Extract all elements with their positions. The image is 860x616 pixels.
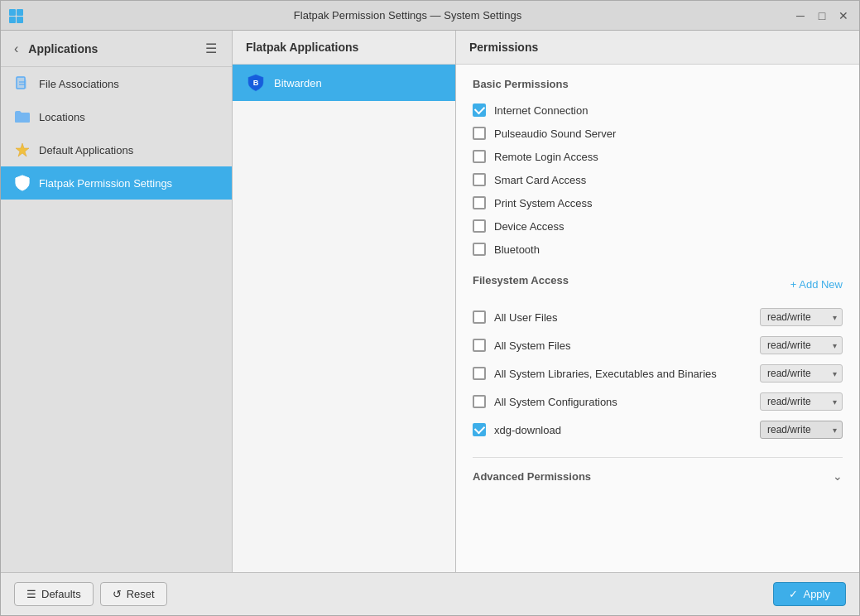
permission-label-print: Print System Access <box>494 197 843 209</box>
svg-text:B: B <box>253 79 259 87</box>
defaults-icon: ☰ <box>26 588 36 600</box>
sidebar-item-label-file-associations: File Associations <box>39 78 119 90</box>
maximize-button[interactable]: □ <box>813 7 831 25</box>
shield-blue-icon <box>14 175 31 191</box>
checkbox-all-system-files[interactable] <box>473 339 486 352</box>
dropdown-arrow-all-system-configurations: ▾ <box>833 397 837 407</box>
permissions-content: Basic Permissions Internet Connection Pu… <box>456 65 859 572</box>
dropdown-text-all-user-files: read/write <box>767 311 829 323</box>
svg-rect-1 <box>17 9 23 16</box>
checkbox-all-system-libraries[interactable] <box>473 367 486 380</box>
defaults-label: Defaults <box>41 588 81 600</box>
dropdown-all-system-libraries[interactable]: read/write ▾ <box>760 364 843 383</box>
close-button[interactable]: ✕ <box>834 7 853 25</box>
svg-marker-7 <box>16 143 29 156</box>
dropdown-text-all-system-files: read/write <box>767 339 829 351</box>
filesystem-row-xdg-download: xdg-download read/write ▾ <box>473 416 843 444</box>
back-button[interactable]: ‹ <box>11 40 22 58</box>
app-list-item-bitwarden[interactable]: B Bitwarden <box>233 65 455 101</box>
footer: ☰ Defaults ↺ Reset ✓ Apply <box>1 572 859 615</box>
checkbox-device[interactable] <box>473 219 486 233</box>
filesystem-header: Filesystem Access + Add New <box>473 274 843 295</box>
window-title: Flatpak Permission Settings — System Set… <box>24 9 791 22</box>
permissions-pane: Permissions Basic Permissions Internet C… <box>456 31 859 572</box>
filesystem-row-all-user-files: All User Files read/write ▾ <box>473 303 843 331</box>
filesystem-label-xdg-download: xdg-download <box>494 424 752 436</box>
advanced-permissions-header[interactable]: Advanced Permissions ⌄ <box>473 464 843 488</box>
add-new-button[interactable]: + Add New <box>790 278 843 291</box>
titlebar-left <box>7 7 24 24</box>
permission-row-pulseaudio: Pulseaudio Sound Server <box>473 122 843 145</box>
checkbox-bluetooth[interactable] <box>473 243 486 256</box>
permission-row-internet: Internet Connection <box>473 99 843 122</box>
permission-label-pulseaudio: Pulseaudio Sound Server <box>494 128 843 140</box>
permissions-header: Permissions <box>456 31 859 65</box>
titlebar: Flatpak Permission Settings — System Set… <box>1 1 859 31</box>
svg-rect-3 <box>17 17 23 23</box>
content-area: Flatpak Applications B Bitwarden Permiss… <box>233 31 859 572</box>
titlebar-controls: ─ □ ✕ <box>791 7 853 25</box>
filesystem-label-all-user-files: All User Files <box>494 311 752 324</box>
dropdown-all-user-files[interactable]: read/write ▾ <box>760 308 843 326</box>
minimize-button[interactable]: ─ <box>791 7 810 25</box>
permission-row-smart-card: Smart Card Access <box>473 168 843 191</box>
dropdown-text-all-system-libraries: read/write <box>767 368 829 379</box>
permission-label-internet: Internet Connection <box>494 104 843 117</box>
sidebar-title: Applications <box>28 42 194 55</box>
reset-label: Reset <box>127 588 155 600</box>
checkbox-xdg-download[interactable] <box>473 423 486 436</box>
dropdown-text-xdg-download: read/write <box>767 424 829 436</box>
filesystem-row-all-system-files: All System Files read/write ▾ <box>473 331 843 359</box>
advanced-title: Advanced Permissions <box>473 470 591 483</box>
expand-icon: ⌄ <box>833 469 843 483</box>
defaults-button[interactable]: ☰ Defaults <box>14 582 94 606</box>
sidebar-item-label-locations: Locations <box>39 111 85 123</box>
basic-permissions-title: Basic Permissions <box>473 78 843 90</box>
sidebar-item-label-default-applications: Default Applications <box>39 144 133 156</box>
bitwarden-icon: B <box>246 73 266 93</box>
file-icon <box>14 75 31 92</box>
filesystem-label-all-system-libraries: All System Libraries, Executables and Bi… <box>494 368 752 380</box>
dropdown-all-system-files[interactable]: read/write ▾ <box>760 336 843 354</box>
filesystem-label-all-system-files: All System Files <box>494 339 752 352</box>
dropdown-xdg-download[interactable]: read/write ▾ <box>760 421 843 439</box>
apply-icon: ✓ <box>789 588 798 600</box>
filesystem-label-all-system-configurations: All System Configurations <box>494 396 752 408</box>
permission-label-remote-login: Remote Login Access <box>494 151 843 163</box>
checkbox-all-user-files[interactable] <box>473 310 486 324</box>
dropdown-arrow-all-user-files: ▾ <box>833 313 837 322</box>
main-area: ‹ Applications ☰ File Associations <box>1 31 859 572</box>
checkbox-pulseaudio[interactable] <box>473 127 486 140</box>
reset-button[interactable]: ↺ Reset <box>100 582 167 606</box>
flatpak-apps-pane: Flatpak Applications B Bitwarden <box>233 31 456 572</box>
filesystem-section: Filesystem Access + Add New All User Fil… <box>473 274 843 444</box>
app-item-label-bitwarden: Bitwarden <box>274 77 322 89</box>
checkbox-internet[interactable] <box>473 103 486 117</box>
apply-label: Apply <box>803 588 830 600</box>
permission-row-bluetooth: Bluetooth <box>473 238 843 261</box>
permission-label-bluetooth: Bluetooth <box>494 243 843 256</box>
dropdown-all-system-configurations[interactable]: read/write ▾ <box>760 392 843 411</box>
sidebar-item-locations[interactable]: Locations <box>1 100 232 133</box>
svg-rect-0 <box>9 9 16 16</box>
flatpak-apps-header: Flatpak Applications <box>233 31 455 65</box>
dropdown-arrow-all-system-libraries: ▾ <box>833 369 837 378</box>
footer-left: ☰ Defaults ↺ Reset <box>14 582 167 606</box>
app-icon <box>7 7 24 24</box>
star-icon <box>14 142 31 158</box>
dropdown-text-all-system-configurations: read/write <box>767 396 829 407</box>
menu-button[interactable]: ☰ <box>200 39 222 58</box>
checkbox-all-system-configurations[interactable] <box>473 395 486 408</box>
checkbox-smart-card[interactable] <box>473 173 486 186</box>
apply-button[interactable]: ✓ Apply <box>773 582 846 606</box>
permission-row-remote-login: Remote Login Access <box>473 145 843 168</box>
checkbox-print[interactable] <box>473 196 486 209</box>
permission-label-smart-card: Smart Card Access <box>494 174 843 186</box>
sidebar-item-flatpak-permission-settings[interactable]: Flatpak Permission Settings <box>1 166 232 200</box>
sidebar-item-file-associations[interactable]: File Associations <box>1 67 232 100</box>
checkbox-remote-login[interactable] <box>473 150 486 163</box>
svg-rect-2 <box>9 17 16 23</box>
permission-row-print: Print System Access <box>473 191 843 214</box>
dropdown-arrow-xdg-download: ▾ <box>833 426 837 435</box>
sidebar-item-default-applications[interactable]: Default Applications <box>1 133 232 166</box>
